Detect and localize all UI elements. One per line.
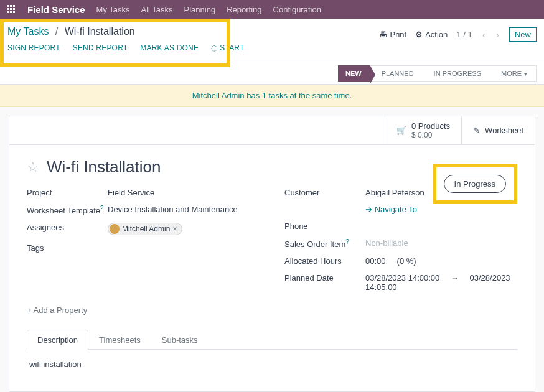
svg-rect-7 bbox=[10, 11, 12, 13]
mark-done-button[interactable]: MARK AS DONE bbox=[140, 44, 199, 52]
svg-rect-0 bbox=[7, 5, 9, 7]
planned-date-label: Planned Date bbox=[284, 273, 365, 282]
products-count: 0 Products bbox=[411, 121, 450, 131]
project-label: Project bbox=[27, 188, 108, 197]
svg-rect-2 bbox=[13, 5, 15, 7]
status-badge[interactable]: In Progress bbox=[444, 175, 506, 193]
soi-label-text: Sales Order Item bbox=[284, 240, 345, 249]
cart-icon: 🛒 bbox=[396, 126, 406, 135]
arrow-right-icon: ➔ bbox=[365, 205, 372, 214]
status-planned[interactable]: PLANNED bbox=[370, 65, 423, 82]
customer-label: Customer bbox=[284, 188, 365, 197]
print-label: Print bbox=[390, 30, 406, 39]
breadcrumb-current: Wi-fi Installation bbox=[65, 26, 135, 37]
app-brand[interactable]: Field Service bbox=[27, 4, 85, 15]
worksheet-button[interactable]: ✎ Worksheet bbox=[461, 116, 535, 144]
nav-configuration[interactable]: Configuration bbox=[273, 5, 321, 14]
nav-planning[interactable]: Planning bbox=[184, 5, 216, 14]
print-icon: 🖶 bbox=[379, 30, 387, 39]
worksheet-template-label-text: Worksheet Template bbox=[27, 206, 100, 215]
assignee-name: Mitchell Admin bbox=[122, 225, 170, 233]
form-col-left: Project Field Service Worksheet Template… bbox=[27, 188, 260, 299]
add-property-button[interactable]: + Add a Property bbox=[27, 306, 517, 315]
breadcrumb-parent[interactable]: My Tasks bbox=[7, 26, 49, 37]
header-right: 🖶 Print ⚙ Action 1 / 1 ‹ › New bbox=[379, 22, 537, 42]
status-more-label: MORE bbox=[501, 70, 522, 77]
avatar-icon bbox=[110, 224, 120, 234]
nav-my-tasks[interactable]: My Tasks bbox=[96, 5, 130, 14]
form-card: 🛒 0 Products $ 0.00 ✎ Worksheet ☆ Wi-fi … bbox=[9, 116, 535, 392]
svg-rect-8 bbox=[13, 11, 15, 13]
pager-next[interactable]: › bbox=[495, 30, 500, 40]
star-icon[interactable]: ☆ bbox=[27, 159, 39, 175]
worksheet-template-label: Worksheet Template? bbox=[27, 205, 108, 215]
pager: 1 / 1 bbox=[456, 30, 472, 39]
phone-label: Phone bbox=[284, 222, 365, 231]
tab-subtasks[interactable]: Sub-tasks bbox=[151, 330, 209, 350]
arrow-right-sep-icon: → bbox=[442, 273, 467, 282]
control-panel: My Tasks / Wi-fi Installation SIGN REPOR… bbox=[0, 19, 544, 62]
allocated-hours-value[interactable]: 00:00 (0 %) bbox=[365, 256, 517, 266]
svg-rect-5 bbox=[13, 8, 15, 10]
status-in-progress[interactable]: IN PROGRESS bbox=[423, 65, 490, 82]
top-navbar: Field Service My Tasks All Tasks Plannin… bbox=[0, 0, 544, 19]
nav-all-tasks[interactable]: All Tasks bbox=[141, 5, 173, 14]
gear-icon: ⚙ bbox=[415, 30, 423, 39]
navigate-label: Navigate To bbox=[375, 205, 417, 214]
content-wrap: 🛒 0 Products $ 0.00 ✎ Worksheet ☆ Wi-fi … bbox=[0, 107, 544, 392]
planned-date-value[interactable]: 03/28/2023 14:00:00 → 03/28/2023 14:05:0… bbox=[365, 273, 517, 292]
tabs: Description Timesheets Sub-tasks bbox=[27, 330, 517, 350]
alloc-pct: (0 %) bbox=[397, 256, 416, 266]
sales-order-item-label: Sales Order Item? bbox=[284, 238, 365, 249]
sign-report-button[interactable]: SIGN REPORT bbox=[7, 44, 60, 52]
task-title[interactable]: Wi-fi Installation bbox=[47, 157, 161, 177]
description-content[interactable]: wifi installation bbox=[27, 350, 517, 379]
planned-start[interactable]: 03/28/2023 14:00:00 bbox=[365, 273, 439, 282]
start-button[interactable]: ◌START bbox=[211, 44, 244, 52]
add-property-label: Add a Property bbox=[34, 306, 88, 315]
assignees-label: Assignees bbox=[27, 223, 108, 232]
action-menu-button[interactable]: ⚙ Action bbox=[415, 30, 448, 39]
products-amount: $ 0.00 bbox=[411, 131, 450, 139]
plus-icon: + bbox=[27, 306, 32, 315]
status-arrow: NEW PLANNED IN PROGRESS MORE▾ bbox=[339, 65, 537, 82]
tab-timesheets[interactable]: Timesheets bbox=[88, 330, 151, 350]
nav-reporting[interactable]: Reporting bbox=[227, 5, 261, 14]
breadcrumb: My Tasks / Wi-fi Installation bbox=[7, 22, 245, 44]
help-icon-soi[interactable]: ? bbox=[345, 238, 349, 245]
breadcrumb-separator: / bbox=[55, 26, 58, 37]
navigate-link[interactable]: ➔ Navigate To bbox=[365, 205, 417, 214]
status-more[interactable]: MORE▾ bbox=[490, 65, 537, 82]
remove-tag-icon[interactable]: × bbox=[172, 225, 177, 233]
pager-text[interactable]: 1 / 1 bbox=[456, 30, 472, 39]
assignees-value[interactable]: Mitchell Admin × bbox=[108, 223, 260, 236]
send-report-button[interactable]: SEND REPORT bbox=[73, 44, 128, 52]
assignee-tag[interactable]: Mitchell Admin × bbox=[108, 223, 182, 235]
status-new[interactable]: NEW bbox=[338, 65, 371, 82]
action-label: Action bbox=[425, 30, 448, 39]
pager-prev[interactable]: ‹ bbox=[481, 30, 487, 40]
tab-description[interactable]: Description bbox=[27, 330, 88, 350]
caret-down-icon: ▾ bbox=[524, 71, 527, 77]
status-bar: NEW PLANNED IN PROGRESS MORE▾ bbox=[0, 62, 544, 85]
products-button[interactable]: 🛒 0 Products $ 0.00 bbox=[385, 116, 461, 144]
sales-order-item-value[interactable]: Non-billable bbox=[365, 238, 517, 248]
alloc-hours: 00:00 bbox=[365, 256, 386, 266]
worksheet-template-value[interactable]: Device Installation and Maintenance bbox=[108, 205, 260, 214]
svg-rect-6 bbox=[7, 11, 9, 13]
apps-icon[interactable] bbox=[6, 4, 16, 14]
svg-rect-4 bbox=[10, 8, 12, 10]
help-icon[interactable]: ? bbox=[100, 205, 104, 212]
start-label: START bbox=[220, 44, 244, 52]
warning-banner: Mitchell Admin has 1 tasks at the same t… bbox=[0, 85, 544, 107]
card-body: ☆ Wi-fi Installation In Progress Project… bbox=[9, 145, 535, 391]
pencil-icon: ✎ bbox=[473, 126, 480, 135]
new-button[interactable]: New bbox=[509, 27, 537, 42]
svg-rect-3 bbox=[7, 8, 9, 10]
form-grid: Project Field Service Worksheet Template… bbox=[27, 188, 517, 299]
allocated-hours-label: Allocated Hours bbox=[284, 256, 365, 266]
svg-rect-1 bbox=[10, 5, 12, 7]
form-col-right: Customer Abigail Peterson ➔ Navigate To bbox=[284, 188, 517, 299]
project-value[interactable]: Field Service bbox=[108, 188, 260, 197]
print-button[interactable]: 🖶 Print bbox=[379, 30, 406, 39]
